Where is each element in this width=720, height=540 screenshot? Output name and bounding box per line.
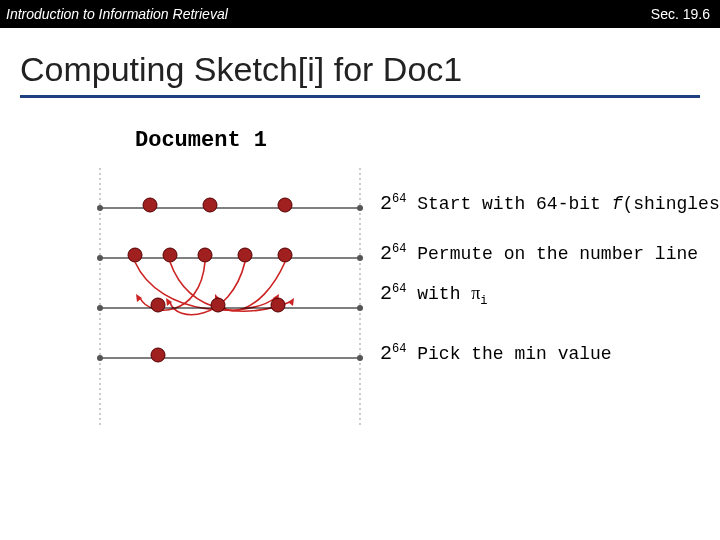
row2-label: 264 Permute on the number line	[380, 242, 698, 265]
section-label: Sec. 19.6	[651, 6, 720, 22]
title-block: Computing Sketch[i] for Doc1	[0, 28, 720, 98]
slide-title: Computing Sketch[i] for Doc1	[20, 50, 700, 95]
svg-point-9	[97, 255, 103, 261]
svg-point-4	[357, 205, 363, 211]
document-label: Document 1	[135, 128, 267, 153]
row1-label: 264 Start with 64-bit f(shingles)	[380, 192, 720, 215]
diagram-stage: Document 1	[0, 98, 720, 518]
svg-point-18	[357, 305, 363, 311]
svg-point-19	[151, 298, 165, 312]
svg-point-17	[97, 305, 103, 311]
course-title: Introduction to Information Retrieval	[0, 6, 228, 22]
svg-point-13	[198, 248, 212, 262]
row4-line	[97, 348, 363, 362]
svg-point-6	[203, 198, 217, 212]
svg-point-14	[238, 248, 252, 262]
svg-point-23	[97, 355, 103, 361]
svg-point-24	[357, 355, 363, 361]
svg-point-20	[211, 298, 225, 312]
row1-line	[97, 198, 363, 212]
row3-label: 264 with πi	[380, 282, 488, 308]
row2-line	[97, 248, 363, 262]
svg-point-11	[128, 248, 142, 262]
svg-point-15	[278, 248, 292, 262]
svg-point-25	[151, 348, 165, 362]
svg-point-10	[357, 255, 363, 261]
svg-point-21	[271, 298, 285, 312]
svg-point-12	[163, 248, 177, 262]
svg-point-3	[97, 205, 103, 211]
sketch-diagram	[80, 168, 380, 438]
svg-point-7	[278, 198, 292, 212]
svg-point-5	[143, 198, 157, 212]
top-bar: Introduction to Information Retrieval Se…	[0, 0, 720, 28]
row4-label: 264 Pick the min value	[380, 342, 612, 365]
